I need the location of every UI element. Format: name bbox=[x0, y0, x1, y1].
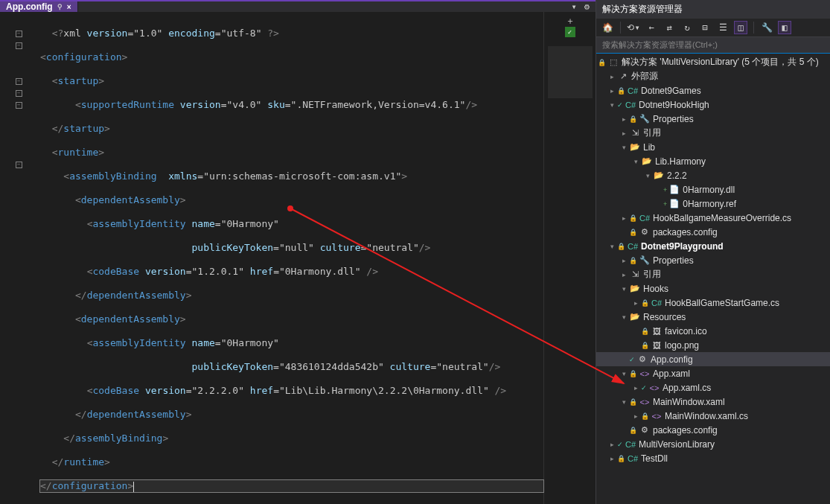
tree-item[interactable]: 🔒<>MainWindow.xaml bbox=[596, 395, 830, 409]
arrow-icon[interactable] bbox=[619, 313, 629, 321]
fold-icon[interactable]: − bbox=[16, 78, 22, 85]
tree-item[interactable]: 🔒C#HookBallGameStartGame.cs bbox=[596, 296, 830, 310]
cs-project-icon: C# bbox=[627, 86, 639, 95]
code-editor[interactable]: <?xml version="1.0" encoding="utf-8" ?> … bbox=[37, 12, 543, 504]
arrow-icon[interactable] bbox=[619, 130, 629, 137]
image-icon: 🖼 bbox=[651, 341, 663, 350]
lock-icon: 🔒 bbox=[629, 214, 637, 222]
arrow-icon[interactable] bbox=[607, 73, 617, 80]
cs-project-icon: C# bbox=[625, 440, 636, 449]
cs-file-icon: C# bbox=[651, 299, 663, 307]
sync-icon[interactable]: ⇄ bbox=[663, 21, 676, 34]
references-icon: ⇲ bbox=[629, 269, 641, 279]
tree-item[interactable]: ↗外部源 bbox=[596, 69, 830, 83]
arrow-icon[interactable] bbox=[607, 455, 617, 462]
folder-icon: 📂 bbox=[641, 156, 653, 166]
lock-icon: 🔒 bbox=[617, 455, 625, 462]
close-icon[interactable]: × bbox=[67, 3, 71, 11]
properties-icon[interactable]: 🔧 bbox=[760, 21, 773, 34]
tree-item[interactable]: 🔒🔧Properties bbox=[596, 112, 830, 126]
panel-title: 解决方案资源管理器 bbox=[596, 0, 830, 19]
arrow-icon[interactable] bbox=[631, 384, 641, 392]
tree-item[interactable]: 🔒⚙packages.config bbox=[596, 225, 830, 239]
lock-icon: 🔒 bbox=[598, 59, 606, 66]
tab-app-config[interactable]: App.config ⚲ × bbox=[0, 1, 78, 12]
history-icon[interactable]: ⟲▾ bbox=[627, 21, 640, 34]
config-icon: ⚙ bbox=[639, 227, 651, 237]
tree-item[interactable]: +📄0Harmony.ref bbox=[596, 197, 830, 211]
lock-icon: 🔒 bbox=[629, 115, 637, 123]
stack-icon[interactable]: ☰ bbox=[716, 21, 730, 34]
tree-item[interactable]: ⇲引用 bbox=[596, 267, 830, 281]
arrow-icon[interactable] bbox=[607, 101, 617, 109]
solution-tree[interactable]: 🔒⬚解决方案 'MultiVersionLibrary' (5 个项目，共 5 … bbox=[596, 54, 830, 504]
file-status-icon: ✓ bbox=[565, 27, 575, 37]
arrow-icon[interactable] bbox=[607, 441, 617, 448]
fold-icon[interactable]: − bbox=[16, 162, 22, 168]
tree-item-app-config[interactable]: ✓⚙App.config bbox=[596, 352, 830, 366]
tree-item[interactable]: 🔒🔧Properties bbox=[596, 253, 830, 267]
fold-icon[interactable]: − bbox=[16, 31, 22, 37]
xaml-icon: <> bbox=[648, 383, 660, 392]
solution-node[interactable]: 🔒⬚解决方案 'MultiVersionLibrary' (5 个项目，共 5 … bbox=[596, 55, 830, 69]
minimap[interactable]: ＋ ✓ bbox=[543, 12, 596, 504]
lock-icon: 🔒 bbox=[617, 87, 625, 95]
tree-item[interactable]: 🔒C#HookBallgameMeasureOverride.cs bbox=[596, 211, 830, 225]
config-icon: ⚙ bbox=[639, 425, 651, 435]
arrow-icon[interactable] bbox=[619, 144, 629, 151]
tree-item[interactable]: 📂Lib bbox=[596, 140, 830, 154]
arrow-icon[interactable] bbox=[619, 370, 629, 377]
preview-icon[interactable]: ◧ bbox=[778, 21, 791, 34]
image-icon: 🖼 bbox=[651, 327, 663, 336]
tree-item[interactable]: ✓<>App.xaml.cs bbox=[596, 380, 830, 395]
fold-icon[interactable]: − bbox=[16, 102, 22, 109]
arrow-icon[interactable] bbox=[619, 257, 629, 264]
fold-icon[interactable]: − bbox=[16, 42, 22, 49]
refresh-icon[interactable]: ↻ bbox=[680, 21, 694, 34]
tab-dropdown-icon[interactable]: ▾ bbox=[572, 1, 577, 12]
tree-item[interactable]: 🔒<>MainWindow.xaml.cs bbox=[596, 409, 830, 423]
tree-item[interactable]: 🔒🖼favicon.ico bbox=[596, 324, 830, 338]
pin-icon[interactable]: ⚲ bbox=[57, 3, 63, 10]
folder-icon: 📂 bbox=[629, 142, 641, 152]
project-node[interactable]: ✓C#MultiVersionLibrary bbox=[596, 437, 830, 451]
project-node[interactable]: 🔒C#TestDll bbox=[596, 451, 830, 465]
back-icon[interactable]: ← bbox=[645, 21, 658, 34]
tree-item[interactable]: 📂2.2.2 bbox=[596, 168, 830, 182]
tree-item[interactable]: ⇲引用 bbox=[596, 126, 830, 140]
lock-icon: 🔒 bbox=[629, 229, 637, 236]
tree-item[interactable]: 📂Resources bbox=[596, 310, 830, 324]
search-box[interactable]: 搜索解决方案资源管理器(Ctrl+;) bbox=[596, 37, 830, 54]
tree-item[interactable]: 🔒⚙packages.config bbox=[596, 423, 830, 437]
tree-item[interactable]: 📂Hooks bbox=[596, 281, 830, 296]
arrow-icon[interactable] bbox=[642, 172, 653, 179]
tree-item[interactable]: 📂Lib.Harmony bbox=[596, 154, 830, 168]
arrow-icon[interactable] bbox=[607, 87, 617, 95]
minimap-thumb[interactable] bbox=[548, 46, 593, 98]
arrow-icon[interactable] bbox=[619, 398, 629, 406]
tree-item[interactable]: 🔒<>App.xaml bbox=[596, 366, 830, 380]
project-node[interactable]: ✓C#Dotnet9HookHigh bbox=[596, 98, 830, 112]
xaml-icon: <> bbox=[651, 412, 663, 421]
tab-settings-icon[interactable]: ⚙ bbox=[584, 1, 590, 12]
arrow-icon[interactable] bbox=[619, 285, 629, 293]
project-node[interactable]: 🔒C#Dotnet9Games bbox=[596, 83, 830, 98]
arrow-icon[interactable] bbox=[631, 299, 641, 307]
arrow-icon[interactable] bbox=[619, 214, 629, 222]
tree-item[interactable]: 🔒🖼logo.png bbox=[596, 338, 830, 352]
arrow-icon[interactable] bbox=[607, 243, 617, 250]
home-icon[interactable]: 🏠 bbox=[601, 21, 614, 34]
check-icon: ✓ bbox=[629, 356, 635, 363]
show-all-icon[interactable]: ◫ bbox=[734, 21, 747, 34]
project-node[interactable]: 🔒C#Dotnet9Playground bbox=[596, 239, 830, 253]
arrow-icon[interactable] bbox=[631, 158, 641, 165]
arrow-icon[interactable] bbox=[631, 412, 641, 420]
arrow-icon[interactable] bbox=[619, 271, 629, 278]
arrow-icon[interactable] bbox=[619, 115, 629, 123]
xaml-icon: <> bbox=[639, 398, 651, 406]
fold-icon[interactable]: − bbox=[16, 90, 22, 97]
collapse-all-icon[interactable]: ⊟ bbox=[698, 21, 712, 34]
tree-item[interactable]: +📄0Harmony.dll bbox=[596, 182, 830, 197]
split-icon[interactable]: ＋ bbox=[565, 15, 575, 25]
lock-icon: 🔒 bbox=[629, 427, 637, 434]
